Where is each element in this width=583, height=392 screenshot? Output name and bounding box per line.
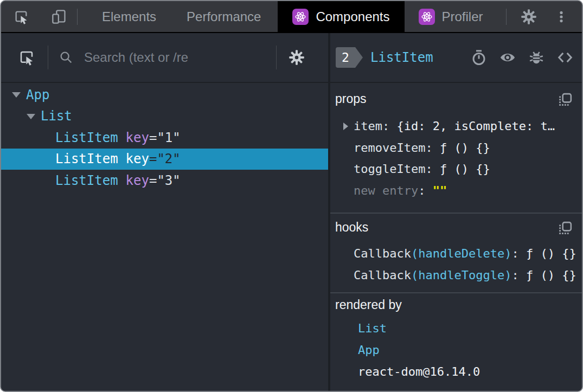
renderer-version: react-dom@16.14.0 [358, 365, 480, 378]
tab-performance[interactable]: Performance [171, 1, 276, 32]
hook-separator: : [511, 247, 526, 260]
hook-name: (handleToggle) [411, 268, 511, 282]
new-entry-label: new entry [354, 184, 418, 197]
prop-row-item[interactable]: item: {id: 2, isComplete: t… [330, 115, 582, 137]
react-icon [292, 9, 309, 25]
tab-profiler[interactable]: Profiler [405, 1, 497, 32]
divider [276, 46, 277, 69]
prop-row-removeitem: removeItem: ƒ () {} [330, 137, 582, 159]
rendered-by-title: rendered by [335, 298, 402, 312]
settings-gear-icon[interactable] [521, 9, 537, 25]
react-icon [419, 9, 435, 25]
selected-component-name: ListItem [370, 50, 433, 65]
search-input[interactable] [83, 49, 276, 66]
device-toolbar-icon[interactable] [51, 9, 67, 25]
rendered-by-react-dom: react-dom@16.14.0 [330, 361, 582, 382]
tab-components-label: Components [316, 9, 389, 24]
divider [48, 46, 48, 69]
new-entry-value[interactable]: "" [433, 184, 447, 197]
prop-name: removeItem [354, 141, 425, 155]
hook-type: Callback [354, 247, 411, 260]
tree-row-listitem-1[interactable]: ListItemkey="1" [1, 127, 328, 149]
owner-link[interactable]: List [358, 322, 387, 335]
divider [506, 9, 507, 25]
tree-row-list[interactable]: List [1, 106, 328, 127]
component-name: ListItem [1, 151, 118, 166]
badge-count: 2 [336, 47, 355, 68]
hook-value: ƒ () {} [526, 268, 576, 282]
key-value: ="2" [149, 151, 181, 166]
key-value: ="1" [149, 130, 181, 145]
hooks-section: hooks Callb [330, 213, 582, 292]
selected-component-header: 2 ListItem [330, 33, 582, 83]
component-details-panel: 2 ListItem [330, 33, 582, 392]
copy-hooks-icon[interactable] [557, 220, 573, 236]
owners-count-badge[interactable]: 2 [336, 47, 363, 68]
devtools-window: Elements Performance Components [0, 0, 583, 392]
rendered-by-app[interactable]: App [330, 339, 582, 361]
rendered-by-list[interactable]: List [330, 317, 582, 339]
prop-name: toggleItem [354, 162, 425, 176]
prop-value: ƒ () {} [440, 162, 490, 176]
components-tree-panel: App List ListItemkey="1" ListItemkey="2"… [1, 33, 328, 392]
badge-arrow [355, 47, 363, 68]
select-component-icon[interactable] [18, 49, 35, 66]
prop-separator: : [382, 119, 397, 133]
kebab-menu-icon[interactable] [553, 9, 569, 25]
view-source-code-icon[interactable] [557, 49, 573, 66]
key-attribute: key [126, 151, 149, 166]
search-icon [58, 49, 74, 66]
props-title: props [335, 92, 367, 106]
component-name: ListItem [1, 173, 118, 188]
tree-toolbar [1, 33, 328, 83]
expander-down-icon[interactable] [12, 92, 21, 98]
suspend-stopwatch-icon[interactable] [471, 49, 487, 66]
log-to-console-bug-icon[interactable] [528, 49, 544, 66]
hook-value: ƒ () {} [526, 247, 576, 260]
tab-components[interactable]: Components [278, 1, 404, 32]
prop-value: ƒ () {} [440, 141, 490, 155]
tab-profiler-label: Profiler [442, 9, 483, 24]
props-section: props [330, 83, 582, 213]
prop-value: {id: 2, isComplete: t… [396, 119, 554, 133]
key-attribute: key [126, 130, 149, 145]
hook-row-handledelete[interactable]: Callback(handleDelete): ƒ () {} [330, 243, 582, 265]
prop-separator: : [425, 141, 440, 155]
tree-settings-gear-icon[interactable] [289, 49, 305, 66]
key-value: ="3" [149, 173, 181, 188]
hooks-title: hooks [335, 220, 368, 235]
hook-separator: : [511, 268, 526, 282]
prop-row-new-entry[interactable]: new entry: "" [330, 180, 582, 202]
expander-right-icon[interactable] [343, 123, 348, 130]
component-name: ListItem [1, 130, 118, 145]
hook-type: Callback [354, 268, 411, 282]
owner-link[interactable]: App [358, 343, 380, 357]
inspect-dom-eye-icon[interactable] [499, 49, 516, 66]
tree-row-listitem-2-selected[interactable]: ListItemkey="2" [1, 149, 328, 170]
prop-row-toggleitem: toggleItem: ƒ () {} [330, 158, 582, 180]
copy-props-icon[interactable] [557, 92, 573, 108]
component-name: List [1, 108, 72, 124]
devtools-tab-bar: Elements Performance Components [1, 1, 582, 33]
hook-name: (handleDelete) [411, 247, 511, 260]
inspect-element-icon[interactable] [13, 9, 29, 25]
prop-separator: : [418, 184, 433, 197]
rendered-by-section: rendered by List App react-dom@16.14.0 [330, 292, 582, 392]
divider [77, 9, 78, 25]
prop-separator: : [425, 162, 440, 176]
key-attribute: key [126, 173, 149, 188]
hook-row-handletoggle[interactable]: Callback(handleToggle): ƒ () {} [330, 265, 582, 286]
expander-down-icon[interactable] [27, 114, 35, 119]
tree-row-app[interactable]: App [1, 84, 328, 106]
prop-name: item [354, 119, 382, 133]
tab-elements[interactable]: Elements [87, 1, 171, 32]
component-tree: App List ListItemkey="1" ListItemkey="2"… [1, 83, 328, 191]
tree-row-listitem-3[interactable]: ListItemkey="3" [1, 170, 328, 191]
component-name: App [1, 87, 49, 102]
